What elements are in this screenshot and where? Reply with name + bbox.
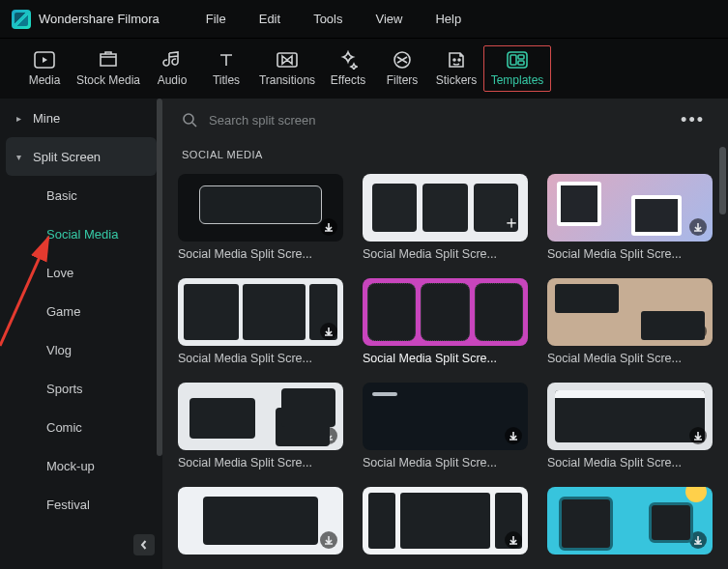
main-menu: File Edit Tools View Help bbox=[206, 12, 461, 26]
template-card[interactable]: Social Media Split Scre... bbox=[363, 278, 528, 365]
content-scrollbar[interactable] bbox=[719, 147, 726, 563]
template-label: Social Media Split Scre... bbox=[547, 247, 713, 261]
template-thumbnail bbox=[363, 487, 528, 555]
template-card[interactable] bbox=[363, 487, 528, 555]
menu-help[interactable]: Help bbox=[435, 12, 461, 26]
main-area: ▸ Mine ▾ Split Screen Basic Social Media… bbox=[0, 99, 728, 569]
sidebar-item-comic[interactable]: Comic bbox=[0, 408, 162, 446]
tab-stickers[interactable]: Stickers bbox=[429, 46, 483, 91]
stickers-icon bbox=[445, 50, 468, 70]
download-icon bbox=[689, 218, 707, 236]
template-card[interactable]: Social Media Split Scre... bbox=[547, 383, 713, 469]
download-icon bbox=[320, 531, 337, 549]
template-card[interactable]: Social Media Split Scre... bbox=[178, 383, 343, 469]
svg-point-4 bbox=[458, 59, 460, 61]
template-card[interactable] bbox=[547, 487, 713, 555]
template-thumbnail bbox=[547, 487, 713, 555]
template-label: Social Media Split Scre... bbox=[547, 352, 713, 365]
template-card[interactable]: Social Media Split Scre... bbox=[178, 174, 343, 261]
app-name: Wondershare Filmora bbox=[39, 12, 160, 26]
sidebar-item-love[interactable]: Love bbox=[0, 253, 162, 292]
sidebar-cat-split-label: Split Screen bbox=[33, 150, 101, 164]
tab-media[interactable]: Media bbox=[17, 46, 72, 91]
template-thumbnail bbox=[178, 174, 343, 242]
content-panel: ••• SOCIAL MEDIA Social Media Split Scre… bbox=[162, 99, 728, 569]
tab-stickers-label: Stickers bbox=[436, 73, 478, 87]
tab-media-label: Media bbox=[29, 73, 61, 87]
sidebar-item-social-media[interactable]: Social Media bbox=[0, 214, 162, 253]
menu-tools[interactable]: Tools bbox=[313, 12, 342, 26]
template-card[interactable] bbox=[178, 487, 343, 555]
audio-icon bbox=[160, 50, 184, 70]
tab-transitions[interactable]: Transitions bbox=[253, 46, 321, 91]
tab-filters-label: Filters bbox=[387, 73, 419, 87]
sidebar-cat-split-screen[interactable]: ▾ Split Screen bbox=[6, 137, 157, 176]
tab-stock-media[interactable]: Stock Media bbox=[72, 46, 145, 91]
tab-titles-label: Titles bbox=[213, 73, 240, 87]
effects-icon bbox=[336, 50, 360, 70]
template-label: Social Media Split Scre... bbox=[178, 352, 343, 365]
module-toolbar: Media Stock Media Audio Titles Transitio… bbox=[0, 39, 728, 99]
media-icon bbox=[33, 50, 56, 70]
collapse-sidebar-button[interactable] bbox=[133, 534, 155, 555]
template-card[interactable]: Social Media Split Scre... bbox=[178, 278, 343, 365]
svg-point-3 bbox=[453, 59, 455, 61]
title-bar: Wondershare Filmora File Edit Tools View… bbox=[0, 0, 728, 39]
template-thumbnail: ＋ bbox=[363, 174, 528, 242]
template-label: Social Media Split Scre... bbox=[363, 352, 528, 365]
template-thumbnail bbox=[178, 278, 343, 346]
svg-rect-6 bbox=[510, 55, 516, 65]
sidebar-item-mockup[interactable]: Mock-up bbox=[0, 446, 162, 485]
template-card[interactable]: Social Media Split Scre... bbox=[547, 278, 713, 365]
svg-rect-7 bbox=[518, 55, 524, 59]
tab-filters[interactable]: Filters bbox=[375, 46, 429, 91]
download-icon bbox=[320, 323, 337, 340]
tab-templates[interactable]: Templates bbox=[483, 45, 551, 92]
tab-audio-label: Audio bbox=[158, 73, 188, 87]
search-icon bbox=[182, 112, 197, 128]
sidebar-item-festival[interactable]: Festival bbox=[0, 485, 162, 524]
svg-point-9 bbox=[184, 114, 193, 124]
template-label: Social Media Split Scre... bbox=[363, 456, 528, 469]
sidebar-item-basic[interactable]: Basic bbox=[0, 176, 162, 214]
template-label: Social Media Split Scre... bbox=[178, 247, 343, 261]
section-title: SOCIAL MEDIA bbox=[162, 141, 728, 174]
titles-icon bbox=[215, 50, 238, 70]
sidebar-item-game[interactable]: Game bbox=[0, 292, 162, 330]
template-label: Social Media Split Scre... bbox=[363, 247, 528, 261]
sidebar-item-sports[interactable]: Sports bbox=[0, 369, 162, 408]
template-thumbnail bbox=[547, 383, 713, 450]
add-icon: ＋ bbox=[503, 211, 520, 234]
more-options-button[interactable]: ••• bbox=[677, 106, 709, 134]
tab-audio[interactable]: Audio bbox=[145, 46, 199, 91]
sidebar-item-vlog[interactable]: Vlog bbox=[0, 330, 162, 369]
search-input[interactable] bbox=[207, 112, 439, 128]
stock-media-icon bbox=[97, 50, 120, 70]
template-card[interactable]: Social Media Split Scre... bbox=[547, 174, 713, 261]
menu-view[interactable]: View bbox=[375, 12, 402, 26]
template-thumbnail bbox=[363, 383, 528, 450]
tab-effects[interactable]: Effects bbox=[321, 46, 375, 91]
tab-titles[interactable]: Titles bbox=[199, 46, 253, 91]
sidebar-subcategories: Basic Social Media Love Game Vlog Sports… bbox=[0, 176, 162, 524]
chevron-left-icon bbox=[139, 540, 149, 550]
template-thumbnail bbox=[547, 278, 713, 346]
menu-file[interactable]: File bbox=[206, 12, 226, 26]
tab-effects-label: Effects bbox=[331, 73, 365, 87]
app-logo-icon bbox=[12, 10, 31, 29]
download-icon bbox=[320, 427, 337, 444]
template-thumbnail bbox=[547, 174, 713, 242]
template-card[interactable]: Social Media Split Scre... bbox=[363, 383, 528, 469]
chevron-down-icon: ▾ bbox=[14, 152, 23, 162]
template-thumbnail bbox=[178, 383, 343, 450]
sidebar-cat-mine[interactable]: ▸ Mine bbox=[0, 99, 162, 137]
svg-rect-8 bbox=[518, 61, 524, 65]
download-icon bbox=[505, 427, 522, 444]
search-row: ••• bbox=[162, 99, 728, 141]
download-icon bbox=[320, 218, 337, 236]
tab-transitions-label: Transitions bbox=[259, 73, 315, 87]
template-label: Social Media Split Scre... bbox=[547, 456, 713, 469]
menu-edit[interactable]: Edit bbox=[259, 12, 280, 26]
sidebar: ▸ Mine ▾ Split Screen Basic Social Media… bbox=[0, 99, 162, 569]
template-card[interactable]: ＋ Social Media Split Scre... bbox=[363, 174, 528, 261]
